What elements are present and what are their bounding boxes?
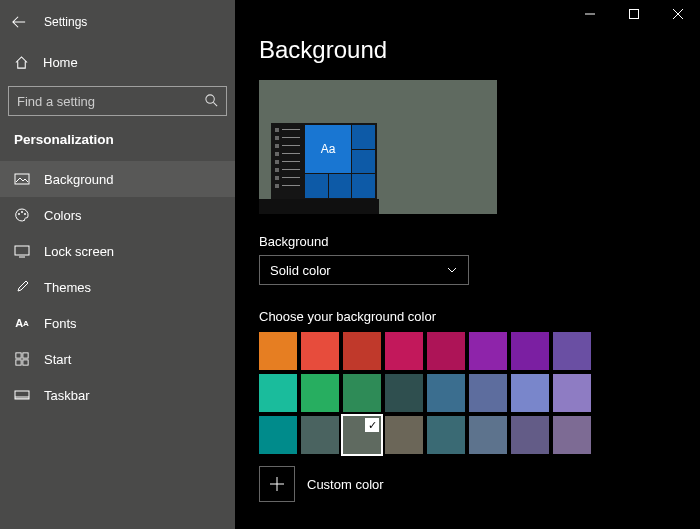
sidebar-item-colors[interactable]: Colors	[0, 197, 235, 233]
taskbar-icon	[14, 387, 30, 403]
color-swatch[interactable]	[511, 332, 549, 370]
sidebar-item-label: Taskbar	[44, 388, 90, 403]
sidebar-item-taskbar[interactable]: Taskbar	[0, 377, 235, 413]
svg-rect-6	[16, 353, 21, 358]
grid-icon	[14, 351, 30, 367]
custom-color-label: Custom color	[307, 477, 384, 492]
page-title: Background	[259, 36, 676, 64]
svg-rect-8	[16, 360, 21, 365]
color-swatch[interactable]	[385, 332, 423, 370]
minimize-button[interactable]	[568, 0, 612, 28]
plus-icon	[270, 477, 284, 491]
color-swatch[interactable]	[301, 416, 339, 454]
sidebar-item-lockscreen[interactable]: Lock screen	[0, 233, 235, 269]
chevron-down-icon	[446, 264, 458, 276]
sidebar-item-label: Colors	[44, 208, 82, 223]
svg-rect-1	[15, 174, 29, 184]
svg-rect-7	[23, 353, 28, 358]
color-swatch[interactable]	[301, 332, 339, 370]
maximize-button[interactable]	[612, 0, 656, 28]
sidebar-item-themes[interactable]: Themes	[0, 269, 235, 305]
sidebar-header: Settings	[0, 6, 235, 38]
color-swatch[interactable]: ✓	[343, 416, 381, 454]
window-title: Settings	[44, 15, 87, 29]
color-swatch[interactable]	[553, 374, 591, 412]
sidebar-item-label: Fonts	[44, 316, 77, 331]
color-swatch[interactable]	[259, 332, 297, 370]
svg-rect-11	[15, 396, 29, 399]
choose-color-label: Choose your background color	[259, 309, 676, 324]
close-button[interactable]	[656, 0, 700, 28]
color-swatch[interactable]	[259, 374, 297, 412]
color-swatch[interactable]	[469, 416, 507, 454]
sidebar-item-start[interactable]: Start	[0, 341, 235, 377]
color-swatch[interactable]	[427, 416, 465, 454]
svg-point-3	[21, 211, 23, 213]
color-swatch[interactable]	[385, 374, 423, 412]
sidebar-item-background[interactable]: Background	[0, 161, 235, 197]
category-label: Personalization	[0, 116, 235, 155]
color-swatch[interactable]	[553, 416, 591, 454]
search-input[interactable]	[8, 86, 227, 116]
color-swatch[interactable]	[259, 416, 297, 454]
color-swatch[interactable]	[469, 374, 507, 412]
checkmark-icon: ✓	[365, 418, 379, 432]
brush-icon	[14, 279, 30, 295]
custom-color-row: Custom color	[259, 466, 676, 502]
search-container	[8, 86, 227, 116]
palette-icon	[14, 207, 30, 223]
color-swatch[interactable]	[301, 374, 339, 412]
sidebar: Settings Home Personalization Background…	[0, 0, 235, 529]
home-button[interactable]: Home	[0, 44, 235, 80]
back-icon[interactable]	[12, 15, 26, 29]
color-swatch[interactable]	[511, 374, 549, 412]
background-field-label: Background	[259, 234, 676, 249]
sidebar-item-label: Start	[44, 352, 71, 367]
color-swatches: ✓	[259, 332, 676, 454]
picture-icon	[14, 171, 30, 187]
color-swatch[interactable]	[553, 332, 591, 370]
svg-rect-12	[630, 10, 639, 19]
svg-point-4	[24, 213, 26, 215]
color-swatch[interactable]	[469, 332, 507, 370]
sidebar-item-label: Lock screen	[44, 244, 114, 259]
window-controls	[568, 0, 700, 28]
color-swatch[interactable]	[511, 416, 549, 454]
color-swatch[interactable]	[427, 374, 465, 412]
font-icon: AA	[14, 315, 30, 331]
preview-taskbar	[259, 199, 379, 214]
color-swatch[interactable]	[427, 332, 465, 370]
home-label: Home	[43, 55, 78, 70]
custom-color-button[interactable]	[259, 466, 295, 502]
svg-rect-5	[15, 246, 29, 255]
main-content: Background Aa Background Solid color Cho…	[235, 0, 700, 529]
sidebar-item-label: Themes	[44, 280, 91, 295]
sidebar-item-fonts[interactable]: AA Fonts	[0, 305, 235, 341]
home-icon	[14, 55, 29, 70]
sidebar-nav: Background Colors Lock screen Themes AA …	[0, 161, 235, 413]
color-swatch[interactable]	[343, 332, 381, 370]
preview-sample-tile: Aa	[305, 125, 351, 173]
monitor-icon	[14, 243, 30, 259]
color-swatch[interactable]	[343, 374, 381, 412]
background-type-dropdown[interactable]: Solid color	[259, 255, 469, 285]
preview-start-menu: Aa	[271, 123, 377, 199]
background-preview: Aa	[259, 80, 497, 214]
dropdown-value: Solid color	[270, 263, 331, 278]
svg-rect-9	[23, 360, 28, 365]
svg-point-2	[18, 213, 20, 215]
color-swatch[interactable]	[385, 416, 423, 454]
sidebar-item-label: Background	[44, 172, 113, 187]
